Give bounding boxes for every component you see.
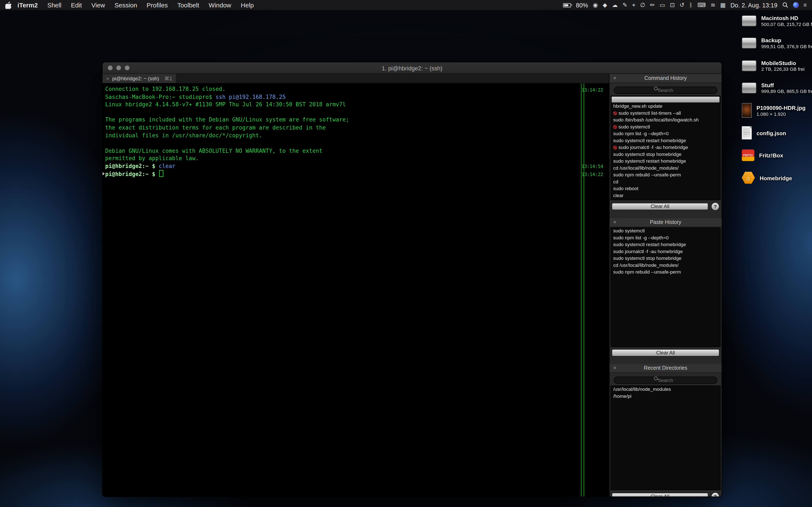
desktop-icon-macintosh-hd[interactable]: Macintosh HD500,07 GB, 215,72 GB frei <box>742 14 812 27</box>
menu-item-shell[interactable]: Shell <box>43 1 66 9</box>
terminal-cursor <box>159 170 163 177</box>
paste-history-item[interactable]: sudo systemctl <box>611 228 720 235</box>
desktop-icon-backup[interactable]: Backup999,51 GB, 376,9 GB frei <box>742 36 812 50</box>
command-history-item[interactable]: sudo systemctl restart homebridge <box>611 137 720 144</box>
command-failed-icon <box>613 146 617 150</box>
desktop-icon-label: Stuff999,89 GB, 865,5 GB frei <box>761 82 812 94</box>
time-machine-icon[interactable]: ↺ <box>679 0 684 10</box>
desktop-icon-mobilestudio[interactable]: MobileStudio2 TB, 226,33 GB frei <box>742 59 812 72</box>
desktop-icon-homebridge[interactable]: ⌂Homebridge <box>742 171 812 185</box>
desktop-icon-p1090090-hdr-jpg[interactable]: P1090090-HDR.jpg1.080 × 1.920 <box>742 104 812 117</box>
paste-history-list: sudo systemctlsudo npm list -g --depth=0… <box>611 227 721 347</box>
battery-icon[interactable] <box>563 3 571 7</box>
dropbox-icon[interactable]: ◆ <box>603 0 607 10</box>
tab-close-icon[interactable]: × <box>106 76 109 81</box>
command-history-help-button[interactable]: ? <box>711 203 720 211</box>
close-window-icon[interactable] <box>108 65 113 70</box>
display-icon[interactable]: ▭ <box>660 0 665 10</box>
command-history-item[interactable]: sudo npm rebuild --unsafe-perm <box>611 172 720 179</box>
terminal-output: Connection to 192.168.178.25 closed.13:1… <box>103 85 609 178</box>
terminal[interactable]: Connection to 192.168.178.25 closed.13:1… <box>103 83 609 496</box>
battery-percent[interactable]: 80% <box>576 2 588 8</box>
menu-item-window[interactable]: Window <box>204 1 236 9</box>
iterm2-window: 1. pi@hbridge2: ~ (ssh) × pi@hbridge2: ~… <box>103 62 722 496</box>
menu-clock[interactable]: Do. 2. Aug. 13:19 <box>730 2 777 8</box>
desktop-icon-label: Homebridge <box>760 174 792 181</box>
wifi-icon[interactable]: ≋ <box>711 0 715 10</box>
pen-icon[interactable]: ✎ <box>622 0 627 10</box>
brush-icon[interactable]: ✏ <box>650 0 655 10</box>
command-history-item[interactable]: sudo reboot <box>611 185 720 192</box>
cloud-icon[interactable]: ☁ <box>612 0 618 10</box>
desktop-icon-stuff[interactable]: Stuff999,89 GB, 865,5 GB frei <box>742 81 812 95</box>
paste-history-item[interactable]: sudo npm rebuild --unsafe-perm <box>611 269 720 276</box>
window-body: × pi@hbridge2: ~ (ssh) ⌘1 Connection to … <box>103 74 722 496</box>
menu-bar: iTerm2ShellEditViewSessionProfilesToolbe… <box>0 0 812 10</box>
recent-directory-item[interactable]: /home/pi <box>611 393 720 400</box>
recent-directories-search-input[interactable] <box>614 377 717 384</box>
recent-directories-clear-all-button[interactable]: Clear All <box>612 493 709 497</box>
traffic-lights <box>108 62 130 73</box>
spotlight-icon[interactable] <box>782 2 788 8</box>
recent-directory-item[interactable]: /usr/local/lib/node_modules <box>611 386 720 393</box>
paste-history-item[interactable]: cd /usr/local/lib/node_modules/ <box>611 262 720 269</box>
drive-icon <box>742 60 757 71</box>
command-history-item[interactable] <box>612 97 720 103</box>
target-icon[interactable]: ◉ <box>593 0 598 10</box>
paste-history-item[interactable]: sudo systemctl restart homebridge <box>611 241 720 248</box>
bluetooth-icon[interactable]: ᛒ <box>689 0 693 10</box>
calendar-icon[interactable]: ▦ <box>720 0 726 10</box>
keyboard-icon[interactable]: ⌨ <box>697 0 706 10</box>
menu-item-edit[interactable]: Edit <box>66 1 87 9</box>
paste-history-item[interactable]: sudo journalctl -f -au homebridge <box>611 248 720 255</box>
command-history-item[interactable]: sudo systemctl restart homebridge <box>611 158 720 165</box>
menu-item-profiles[interactable]: Profiles <box>142 1 172 9</box>
command-history-item[interactable]: cd <box>611 178 720 185</box>
command-history-item[interactable]: sudo npm list -g --depth=0 <box>611 130 720 137</box>
command-history-item[interactable]: sudo /bin/bash /usr/local/bin/logwatch.s… <box>611 117 720 124</box>
command-history-item[interactable]: sudo systemctl list-timers --all <box>611 110 720 117</box>
do-not-disturb-icon[interactable]: ∅ <box>640 0 645 10</box>
menu-item-toolbelt[interactable]: Toolbelt <box>172 1 204 9</box>
command-history-close-icon[interactable]: × <box>613 74 616 82</box>
recent-directories-help-button[interactable]: ? <box>711 492 720 496</box>
desktop-icon-title: Homebridge <box>760 174 792 181</box>
command-history-clear-all-button[interactable]: Clear All <box>612 203 709 210</box>
homebridge-icon: ⌂ <box>742 171 755 184</box>
desktop-icon-subtitle: 999,51 GB, 376,9 GB frei <box>761 44 812 49</box>
notification-center-icon[interactable]: ≡ <box>803 0 807 10</box>
command-history-item[interactable]: hbridge_new.sh update <box>611 103 720 110</box>
recent-directories-close-icon[interactable]: × <box>613 364 616 373</box>
menu-item-help[interactable]: Help <box>236 1 259 9</box>
command-history-item[interactable]: sudo journalctl -f -au homebridge <box>611 144 720 151</box>
menu-item-iterm2[interactable]: iTerm2 <box>13 1 43 9</box>
apple-icon[interactable] <box>5 1 12 9</box>
desktop-icon-title: P1090090-HDR.jpg <box>757 104 806 111</box>
desktop-icon-config-json[interactable]: config.json <box>742 126 812 139</box>
minimize-window-icon[interactable] <box>116 65 121 70</box>
line-timestamp: 13:14:54 <box>581 163 603 170</box>
menu-item-session[interactable]: Session <box>110 1 142 9</box>
paste-history-item[interactable]: sudo npm list -g --depth=0 <box>611 234 720 241</box>
paste-history-item[interactable]: sudo systemctl stop homebridge <box>611 255 720 262</box>
drive-icon <box>742 82 757 94</box>
paste-history-clear-all-button[interactable]: Clear All <box>612 349 720 356</box>
command-history-item[interactable]: sudo systemctl <box>611 124 720 130</box>
zoom-window-icon[interactable] <box>125 65 130 70</box>
siri-icon[interactable] <box>793 2 799 8</box>
recent-directories-header: × Recent Directories <box>610 364 722 373</box>
airplay-icon[interactable]: ⊡ <box>670 0 675 10</box>
paste-history-buttons: Clear All <box>610 347 722 359</box>
terminal-line: Saschas-MacBook-Pro:~ studiopro$ ssh pi@… <box>103 93 609 100</box>
window-titlebar[interactable]: 1. pi@hbridge2: ~ (ssh) <box>103 62 722 74</box>
tab-session-1[interactable]: × pi@hbridge2: ~ (ssh) ⌘1 <box>103 74 176 83</box>
command-history-item[interactable]: sudo systemctl stop homebridge <box>611 151 720 158</box>
desktop-icon-fritz-box[interactable]: FRITZ!Fritz!Box <box>742 149 812 162</box>
location-icon[interactable]: ⌖ <box>632 0 636 10</box>
command-history-search-input[interactable] <box>614 87 717 94</box>
command-history-item[interactable]: clear <box>611 192 720 199</box>
command-history-item[interactable]: cd /usr/local/lib/node_modules/ <box>611 165 720 172</box>
menu-item-view[interactable]: View <box>87 1 110 9</box>
terminal-line <box>103 139 609 147</box>
paste-history-close-icon[interactable]: × <box>613 218 616 227</box>
